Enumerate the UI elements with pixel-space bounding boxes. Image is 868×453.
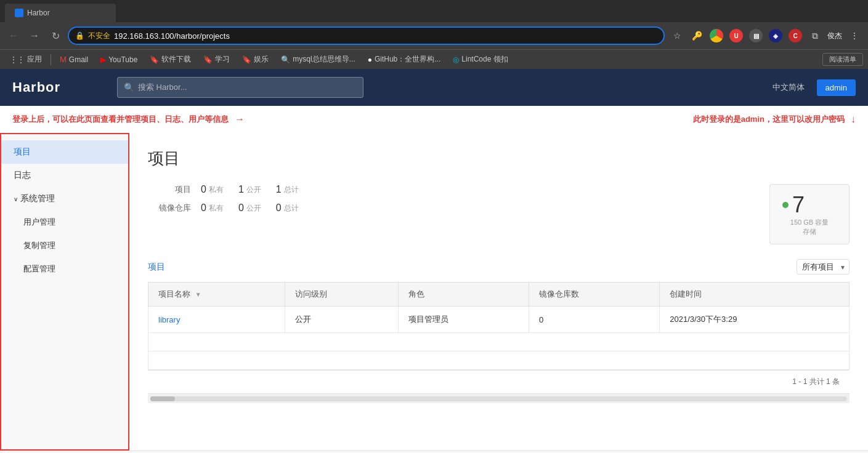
- forward-button[interactable]: →: [26, 27, 43, 44]
- security-label: 不安全: [88, 31, 110, 41]
- extensions-icon[interactable]: ⧉: [806, 27, 824, 44]
- left-annotation: 登录上后，可以在此页面查看并管理项目、日志、用户等信息 →: [12, 114, 245, 125]
- th-role: 角色: [398, 283, 529, 307]
- repo-total-stat: 0 总计: [276, 202, 299, 214]
- bookmark-mysql[interactable]: 🔍 mysql总结思维导...: [276, 53, 360, 66]
- mysql-icon: 🔍: [281, 55, 290, 64]
- sidebar-item-config[interactable]: 配置管理: [1, 257, 128, 281]
- horizontal-scrollbar[interactable]: [148, 393, 850, 403]
- left-arrow-icon: →: [235, 114, 245, 125]
- bookmark-apps[interactable]: ⋮⋮ 应用: [5, 53, 47, 66]
- row-created-cell: 2021/3/30下午3:29: [660, 307, 850, 333]
- row-repos-cell: 0: [529, 307, 660, 333]
- bookmark-apps-label: 应用: [27, 54, 42, 65]
- th-name: 项目名称 ▼: [148, 283, 285, 307]
- right-arrow-icon: ↓: [851, 114, 856, 125]
- search-icon: 🔍: [124, 82, 134, 92]
- repo-total-num: 0: [276, 202, 282, 214]
- password-key-icon[interactable]: 🔑: [688, 27, 705, 44]
- th-created-label: 创建时间: [670, 289, 702, 299]
- active-tab[interactable]: Harbor: [5, 4, 116, 22]
- extension1-icon[interactable]: U: [728, 27, 745, 44]
- sort-icon[interactable]: ▼: [195, 291, 201, 298]
- project-table: 项目名称 ▼ 访问级别 角色 镜像仓库数: [148, 282, 850, 370]
- bookmark-star-icon[interactable]: ☆: [668, 27, 686, 44]
- reading-list-label: 阅读清单: [829, 55, 856, 63]
- github-icon: ●: [368, 55, 372, 64]
- bookmark-software-label: 软件下载: [161, 54, 191, 65]
- toolbar-icons: ☆ 🔑 U ▤ ◈ C ⧉ 俊杰 ⋮: [668, 27, 863, 44]
- project-filter-select[interactable]: 所有项目 私有项目 公开项目: [797, 259, 850, 275]
- extension4-icon[interactable]: C: [787, 27, 804, 44]
- menu-icon[interactable]: ⋮: [846, 27, 863, 44]
- page-title: 项目: [148, 148, 850, 169]
- repo-stats-row: 镜像仓库 0 私有 0 公开: [148, 202, 745, 214]
- sidebar-item-projects[interactable]: 项目: [1, 140, 128, 164]
- bookmark-gmail[interactable]: M Gmail: [55, 54, 93, 65]
- repo-public-stat: 0 公开: [238, 202, 261, 214]
- config-mgmt-label: 配置管理: [23, 263, 55, 275]
- bookmark-sep-1: [51, 54, 51, 65]
- th-created: 创建时间: [660, 283, 850, 307]
- bookmark-study-icon: 🔖: [203, 55, 213, 64]
- empty-row-2: [148, 351, 850, 370]
- reading-list-button[interactable]: 阅读清单: [822, 53, 863, 66]
- security-icon: 🔒: [75, 31, 84, 40]
- th-access: 访问级别: [285, 283, 398, 307]
- th-role-label: 角色: [408, 289, 424, 299]
- row-created-value: 2021/3/30下午3:29: [670, 315, 737, 324]
- row-access-value: 公开: [295, 315, 311, 324]
- capacity-number: 7: [782, 192, 837, 218]
- apps-icon: ⋮⋮: [10, 55, 25, 64]
- scrollbar-track: [150, 396, 847, 401]
- project-total-stat: 1 总计: [276, 184, 299, 195]
- gmail-icon: M: [60, 55, 67, 64]
- th-name-label: 项目名称: [158, 289, 190, 299]
- harbor-logo: Harbor: [12, 79, 105, 95]
- capacity-value: 7: [792, 192, 805, 218]
- language-selector[interactable]: 中文简体: [773, 82, 805, 93]
- bookmark-entertainment[interactable]: 🔖 娱乐: [237, 53, 274, 66]
- reload-button[interactable]: ↻: [47, 27, 64, 44]
- address-input[interactable]: [114, 31, 657, 41]
- bookmark-mysql-label: mysql总结思维导...: [293, 54, 355, 65]
- project-name-link[interactable]: library: [158, 315, 180, 324]
- bookmark-youtube-label: YouTube: [108, 55, 137, 64]
- content-area: 项目 日志 ∨ 系统管理 用户管理 复制管理 配置管理: [0, 133, 868, 451]
- bookmark-youtube[interactable]: ▶ YouTube: [95, 54, 142, 65]
- sidebar-item-replication[interactable]: 复制管理: [1, 234, 128, 257]
- bookmark-lintcode[interactable]: ◎ LintCode 领扣: [448, 53, 513, 66]
- harbor-header: Harbor 🔍 搜索 Harbor... 中文简体 admin: [0, 69, 868, 106]
- project-public-stat: 1 公开: [238, 184, 261, 195]
- row-access-cell: 公开: [285, 307, 398, 333]
- extension2-icon[interactable]: ▤: [747, 27, 765, 44]
- repo-stats-group: 0 私有 0 公开 0 总计: [201, 202, 299, 214]
- bookmark-github-label: GitHub：全世界构...: [375, 54, 440, 65]
- th-access-label: 访问级别: [295, 289, 327, 299]
- user-menu-button[interactable]: admin: [817, 79, 856, 96]
- address-bar[interactable]: 🔒 不安全: [68, 26, 665, 45]
- chrome-icon[interactable]: [708, 27, 725, 44]
- sidebar-item-users[interactable]: 用户管理: [1, 210, 128, 234]
- sidebar-item-logs[interactable]: 日志: [1, 164, 128, 187]
- bookmark-software[interactable]: 🔖 软件下载: [145, 53, 196, 66]
- sidebar-group-system[interactable]: ∨ 系统管理: [1, 187, 128, 210]
- bookmark-github[interactable]: ● GitHub：全世界构...: [363, 53, 446, 66]
- bookmarks-bar: ⋮⋮ 应用 M Gmail ▶ YouTube 🔖 软件下载 🔖 学习 🔖: [0, 49, 868, 69]
- repo-public-label: 公开: [246, 203, 261, 214]
- capacity-storage-sub: 存储: [782, 227, 837, 236]
- youtube-icon: ▶: [100, 55, 106, 64]
- bookmark-study-label: 学习: [215, 54, 230, 65]
- harbor-search-bar[interactable]: 🔍 搜索 Harbor...: [117, 77, 363, 98]
- bookmark-software-icon: 🔖: [150, 55, 159, 64]
- project-stats-label: 项目: [148, 184, 191, 195]
- project-total-num: 1: [276, 184, 282, 195]
- main-content: 项目 项目 0 私有: [129, 133, 868, 451]
- user-avatar[interactable]: 俊杰: [826, 27, 843, 44]
- empty-row-1: [148, 333, 850, 351]
- scroll-thumb[interactable]: [150, 396, 175, 401]
- capacity-box: 7 150 GB 容量 存储: [769, 184, 850, 244]
- bookmark-study[interactable]: 🔖 学习: [198, 53, 235, 66]
- extension3-icon[interactable]: ◈: [767, 27, 784, 44]
- back-button[interactable]: ←: [5, 27, 22, 44]
